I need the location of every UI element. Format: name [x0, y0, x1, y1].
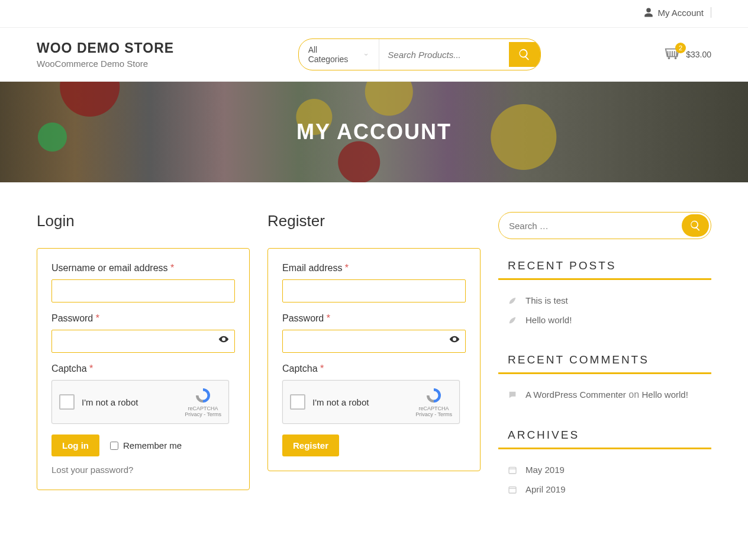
eye-icon[interactable] [218, 336, 229, 343]
remember-me[interactable]: Remember me [110, 440, 182, 450]
recent-post-link[interactable]: Hello world! [525, 315, 572, 325]
my-account-link[interactable]: My Account [643, 7, 711, 18]
sidebar-search-input[interactable] [501, 214, 682, 237]
login-button[interactable]: Log in [51, 435, 99, 456]
my-account-label: My Account [657, 8, 704, 18]
leaf-icon [508, 296, 517, 305]
recent-comments-widget: RECENT COMMENTS A WordPress Commenter on… [498, 353, 711, 405]
login-heading: Login [37, 212, 250, 230]
login-username-label: Username or email address * [51, 263, 235, 273]
recaptcha-brand: reCAPTCHA Privacy - Terms [185, 387, 221, 417]
category-label: All Categories [308, 45, 356, 64]
required-mark: * [327, 313, 330, 323]
list-item: This is test [498, 291, 711, 310]
cart-total: $33.00 [686, 50, 711, 59]
login-captcha-label: Captcha * [51, 363, 235, 374]
calendar-icon [508, 485, 517, 494]
recent-posts-widget: RECENT POSTS This is test Hello world! [498, 259, 711, 330]
required-mark: * [320, 363, 324, 374]
cart-link[interactable]: 2 $33.00 [665, 47, 711, 62]
register-email-label: Email address * [282, 263, 466, 273]
required-mark: * [96, 313, 99, 323]
list-item: A WordPress Commenter on Hello world! [498, 385, 711, 405]
login-username-input[interactable] [51, 279, 235, 302]
sidebar-search [498, 212, 711, 239]
leaf-icon [508, 316, 517, 325]
cart-count-badge: 2 [675, 43, 686, 53]
sidebar-search-button[interactable] [682, 214, 709, 237]
register-heading: Register [267, 212, 481, 230]
site-title: WOO DEMO STORE [37, 40, 174, 56]
search-icon [689, 220, 701, 231]
widget-title: RECENT COMMENTS [498, 353, 711, 374]
register-password-input[interactable] [282, 330, 466, 353]
search-button[interactable] [509, 42, 540, 67]
register-button[interactable]: Register [282, 435, 339, 456]
product-search: All Categories [298, 38, 541, 70]
recaptcha-checkbox[interactable] [290, 394, 305, 410]
register-recaptcha[interactable]: I'm not a robot reCAPTCHA Privacy - Term… [282, 380, 460, 424]
widget-title: RECENT POSTS [498, 259, 711, 280]
login-column: Login Username or email address * Passwo… [37, 212, 250, 523]
comment-author-link[interactable]: A WordPress Commenter [525, 390, 626, 400]
recaptcha-checkbox[interactable] [59, 394, 75, 410]
lost-password-link[interactable]: Lost your password? [51, 465, 133, 475]
search-icon [518, 48, 531, 61]
header: WOO DEMO STORE WooCommerce Demo Store Al… [0, 28, 748, 82]
svg-rect-1 [509, 487, 516, 493]
comment-on-text: on [626, 390, 642, 400]
list-item: April 2019 [498, 479, 711, 499]
hero-banner: MY ACCOUNT [0, 82, 748, 182]
register-email-input[interactable] [282, 279, 466, 302]
remember-checkbox[interactable] [110, 442, 118, 450]
list-item: Hello world! [498, 310, 711, 330]
login-password-label: Password * [51, 313, 235, 324]
calendar-icon [508, 465, 517, 475]
login-form: Username or email address * Password * C… [37, 248, 250, 490]
register-captcha-label: Captcha * [282, 363, 466, 374]
remember-label: Remember me [123, 440, 182, 450]
site-subtitle: WooCommerce Demo Store [37, 59, 174, 69]
comment-icon [508, 390, 517, 400]
user-icon [643, 7, 654, 18]
sidebar: RECENT POSTS This is test Hello world! R… [498, 212, 711, 523]
login-recaptcha[interactable]: I'm not a robot reCAPTCHA Privacy - Term… [51, 380, 229, 424]
login-password-input[interactable] [51, 330, 235, 353]
recent-post-link[interactable]: This is test [525, 295, 568, 305]
eye-icon[interactable] [449, 336, 460, 343]
logo-block[interactable]: WOO DEMO STORE WooCommerce Demo Store [37, 40, 174, 69]
widget-title: ARCHIVES [498, 429, 711, 449]
required-mark: * [89, 363, 93, 374]
category-select[interactable]: All Categories [299, 39, 380, 70]
register-password-label: Password * [282, 313, 466, 324]
recaptcha-text: I'm not a robot [312, 397, 408, 407]
register-form: Email address * Password * Captcha * I'm… [267, 248, 481, 471]
archives-widget: ARCHIVES May 2019 April 2019 [498, 429, 711, 499]
list-item: May 2019 [498, 460, 711, 479]
recaptcha-brand: reCAPTCHA Privacy - Terms [415, 387, 452, 417]
archive-link[interactable]: April 2019 [525, 484, 566, 494]
comment-post-link[interactable]: Hello world! [641, 390, 688, 400]
register-column: Register Email address * Password * Capt… [267, 212, 481, 523]
chevron-down-icon [363, 51, 369, 58]
topbar: My Account [0, 0, 748, 28]
svg-rect-0 [509, 467, 516, 474]
archive-link[interactable]: May 2019 [525, 465, 565, 475]
required-mark: * [345, 263, 349, 273]
required-mark: * [170, 263, 174, 273]
recaptcha-text: I'm not a robot [82, 397, 178, 407]
page-title: MY ACCOUNT [296, 120, 452, 144]
search-input[interactable] [379, 44, 509, 66]
